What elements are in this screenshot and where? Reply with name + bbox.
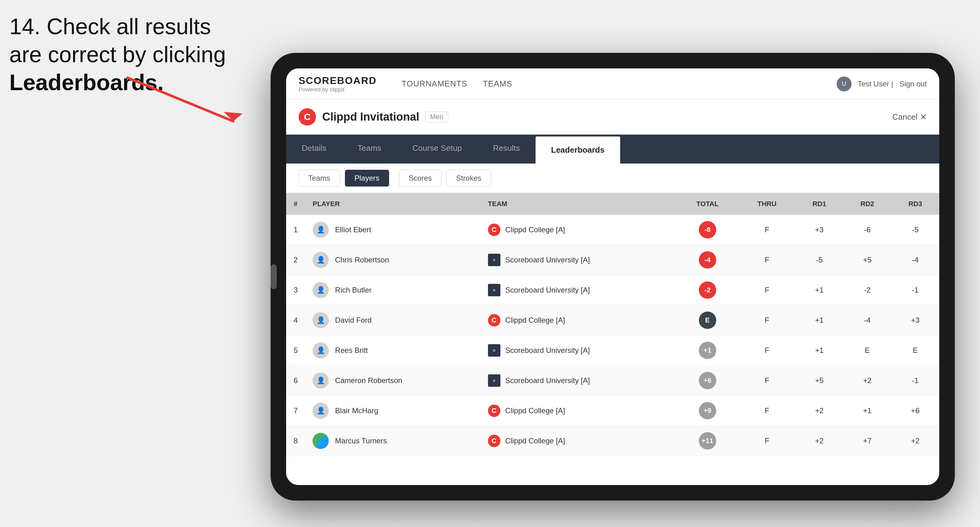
cell-team: ≡ Scoreboard University [A] bbox=[480, 366, 676, 396]
cell-player: 👤 Blair McHarg bbox=[305, 396, 480, 426]
tab-bar: Details Teams Course Setup Results Leade… bbox=[286, 135, 939, 163]
cell-rd3: -1 bbox=[891, 366, 939, 396]
tab-leaderboards[interactable]: Leaderboards bbox=[536, 137, 620, 163]
table-row: 7 👤 Blair McHarg C Clippd College [A] +9… bbox=[286, 396, 939, 426]
cell-thru: F bbox=[739, 245, 795, 275]
cell-rd3: E bbox=[891, 335, 939, 366]
cell-rd1: +1 bbox=[795, 335, 843, 366]
tablet-frame: SCOREBOARD Powered by clippd TOURNAMENTS… bbox=[270, 53, 955, 500]
col-thru: THRU bbox=[739, 193, 795, 215]
cell-rank: 8 bbox=[286, 426, 305, 456]
cell-rd3: +6 bbox=[891, 396, 939, 426]
logo-subtitle: Powered by clippd bbox=[299, 86, 377, 93]
cell-rd1: +3 bbox=[795, 215, 843, 245]
cell-team: C Clippd College [A] bbox=[480, 215, 676, 245]
tournament-header: C Clippd Invitational Men Cancel ✕ bbox=[286, 100, 939, 135]
team-icon-clippd: C bbox=[488, 435, 500, 447]
tournament-title: Clippd Invitational bbox=[322, 110, 419, 124]
col-rd1: RD1 bbox=[795, 193, 843, 215]
cell-rd1: +1 bbox=[795, 305, 843, 335]
col-total: TOTAL bbox=[676, 193, 739, 215]
team-icon-scoreboard: ≡ bbox=[488, 344, 500, 357]
cell-player: 👤 Chris Robertson bbox=[305, 245, 480, 275]
avatar: 👤 bbox=[313, 282, 329, 298]
cell-thru: F bbox=[739, 305, 795, 335]
cell-player: 👤 Elliot Ebert bbox=[305, 215, 480, 245]
cell-player: 👤 David Ford bbox=[305, 305, 480, 335]
col-team: TEAM bbox=[480, 193, 676, 215]
cell-rd2: -4 bbox=[843, 305, 891, 335]
cell-rd2: +2 bbox=[843, 366, 891, 396]
avatar: 👤 bbox=[313, 222, 329, 238]
avatar: 👤 bbox=[313, 373, 329, 389]
sidebar-handle[interactable] bbox=[270, 264, 277, 289]
user-label: Test User | bbox=[858, 79, 893, 88]
cell-thru: F bbox=[739, 335, 795, 366]
signout-link[interactable]: Sign out bbox=[899, 79, 927, 88]
cell-player: 👤 Rich Butler bbox=[305, 275, 480, 305]
cell-thru: F bbox=[739, 366, 795, 396]
tab-details[interactable]: Details bbox=[286, 135, 342, 163]
cell-player: 👤 Rees Britt bbox=[305, 335, 480, 366]
cell-total: -2 bbox=[676, 275, 739, 305]
cell-thru: F bbox=[739, 275, 795, 305]
cell-rank: 1 bbox=[286, 215, 305, 245]
col-rank: # bbox=[286, 193, 305, 215]
table-row: 3 👤 Rich Butler ≡ Scoreboard University … bbox=[286, 275, 939, 305]
nav-tournaments[interactable]: TOURNAMENTS bbox=[401, 76, 467, 92]
table-row: 4 👤 David Ford C Clippd College [A] E F … bbox=[286, 305, 939, 335]
tab-course-setup[interactable]: Course Setup bbox=[397, 135, 477, 163]
team-icon-scoreboard: ≡ bbox=[488, 254, 500, 266]
cell-team: C Clippd College [A] bbox=[480, 396, 676, 426]
avatar: 🌐 bbox=[313, 433, 329, 449]
filter-players[interactable]: Players bbox=[345, 170, 389, 187]
tab-results[interactable]: Results bbox=[477, 135, 536, 163]
cell-total: -4 bbox=[676, 245, 739, 275]
cell-rank: 4 bbox=[286, 305, 305, 335]
table-row: 1 👤 Elliot Ebert C Clippd College [A] -8… bbox=[286, 215, 939, 245]
leaderboard-table: # PLAYER TEAM TOTAL THRU RD1 RD2 RD3 1 👤… bbox=[286, 193, 939, 485]
tab-teams[interactable]: Teams bbox=[342, 135, 397, 163]
cell-rd2: +7 bbox=[843, 426, 891, 456]
cell-team: ≡ Scoreboard University [A] bbox=[480, 245, 676, 275]
table-row: 5 👤 Rees Britt ≡ Scoreboard University [… bbox=[286, 335, 939, 366]
cell-total: +9 bbox=[676, 396, 739, 426]
team-icon-scoreboard: ≡ bbox=[488, 284, 500, 296]
svg-marker-1 bbox=[224, 112, 243, 121]
logo: SCOREBOARD Powered by clippd bbox=[299, 75, 377, 93]
cell-team: C Clippd College [A] bbox=[480, 426, 676, 456]
cell-rank: 2 bbox=[286, 245, 305, 275]
cell-thru: F bbox=[739, 215, 795, 245]
tablet-screen: SCOREBOARD Powered by clippd TOURNAMENTS… bbox=[286, 68, 939, 485]
cell-total: -8 bbox=[676, 215, 739, 245]
nav-links: TOURNAMENTS TEAMS bbox=[401, 76, 818, 92]
team-icon-clippd: C bbox=[488, 224, 500, 236]
logo-text: SCOREBOARD bbox=[299, 75, 377, 86]
cell-thru: F bbox=[739, 396, 795, 426]
cell-rd1: +2 bbox=[795, 426, 843, 456]
user-avatar: U bbox=[837, 76, 851, 91]
filter-strokes[interactable]: Strokes bbox=[446, 170, 491, 187]
cell-rd2: E bbox=[843, 335, 891, 366]
cell-total: +11 bbox=[676, 426, 739, 456]
cell-rd2: -6 bbox=[843, 215, 891, 245]
cancel-button[interactable]: Cancel ✕ bbox=[892, 112, 927, 122]
avatar: 👤 bbox=[313, 403, 329, 419]
nav-teams[interactable]: TEAMS bbox=[483, 76, 512, 92]
cell-team: C Clippd College [A] bbox=[480, 305, 676, 335]
cell-rank: 5 bbox=[286, 335, 305, 366]
cell-rd2: +5 bbox=[843, 245, 891, 275]
cell-rd1: +5 bbox=[795, 366, 843, 396]
cell-rd2: -2 bbox=[843, 275, 891, 305]
cell-total: +1 bbox=[676, 335, 739, 366]
close-icon: ✕ bbox=[920, 112, 927, 122]
filter-scores[interactable]: Scores bbox=[399, 170, 442, 187]
col-rd2: RD2 bbox=[843, 193, 891, 215]
instruction-text: 14. Check all results are correct by cli… bbox=[10, 13, 226, 96]
filter-teams[interactable]: Teams bbox=[299, 170, 340, 187]
cell-total: E bbox=[676, 305, 739, 335]
cell-total: +6 bbox=[676, 366, 739, 396]
cell-rank: 7 bbox=[286, 396, 305, 426]
team-icon-scoreboard: ≡ bbox=[488, 375, 500, 387]
cell-team: ≡ Scoreboard University [A] bbox=[480, 335, 676, 366]
